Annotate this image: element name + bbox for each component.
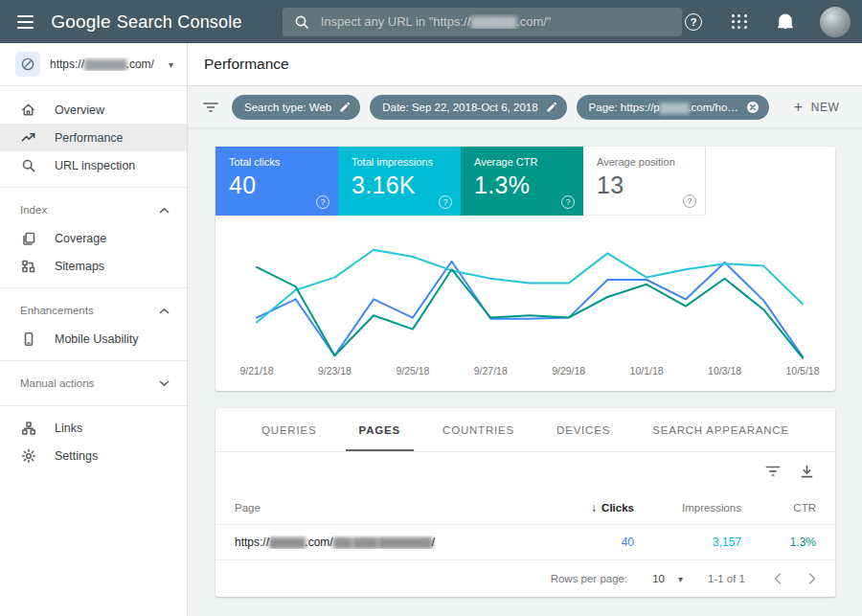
chevron-down-icon <box>159 380 170 387</box>
column-header-impressions[interactable]: Impressions <box>634 502 741 513</box>
metric-value: 1.3% <box>474 171 572 199</box>
metric-card-total-clicks[interactable]: Total clicks 40 ? <box>216 147 338 216</box>
column-label: Clicks <box>601 502 634 513</box>
tab-queries[interactable]: QUERIES <box>248 408 329 451</box>
performance-chart[interactable]: 9/21/189/23/189/25/189/27/189/29/1810/1/… <box>216 216 835 391</box>
tab-label: COUNTRIES <box>442 424 514 436</box>
logo-google: Google <box>51 11 110 33</box>
tab-devices[interactable]: DEVICES <box>543 408 624 451</box>
dimensions-panel: QUERIES PAGES COUNTRIES DEVICES SEARCH A… <box>216 408 835 597</box>
metric-card-average-position[interactable]: Average position 13 ? <box>583 147 706 216</box>
section-header-index[interactable]: Index <box>0 195 187 224</box>
new-filter-button[interactable]: + NEW <box>786 93 848 122</box>
filter-chip-date[interactable]: Date: Sep 22, 2018-Oct 6, 2018 <box>370 95 566 120</box>
edit-pencil-icon <box>339 102 351 113</box>
magnifier-icon <box>20 157 36 173</box>
filter-icon[interactable] <box>203 101 218 114</box>
next-page-button[interactable] <box>808 573 816 584</box>
section-label: Manual actions <box>20 377 94 389</box>
chevron-up-icon <box>159 308 170 314</box>
remove-filter-icon[interactable] <box>746 101 760 114</box>
content-area: Total clicks 40 ? Total impressions 3.16… <box>188 128 862 616</box>
property-globe-icon <box>15 52 40 77</box>
section-header-enhancements[interactable]: Enhancements <box>0 296 187 325</box>
row-page-url[interactable]: https://██████.com/███ ████ █████████/ <box>235 536 538 549</box>
table-filter-icon[interactable] <box>765 465 781 478</box>
metric-label: Average position <box>597 156 693 168</box>
download-icon[interactable] <box>800 465 814 479</box>
sidebar-item-label: Mobile Usability <box>55 332 139 346</box>
tab-countries[interactable]: COUNTRIES <box>429 408 528 451</box>
tab-pages[interactable]: PAGES <box>346 408 414 451</box>
divider <box>0 187 187 188</box>
table-row[interactable]: https://██████.com/███ ████ █████████/ 4… <box>216 525 835 560</box>
search-placeholder: Inspect any URL in "https://███████.com/… <box>321 14 552 29</box>
help-icon: ? <box>685 13 702 31</box>
divider <box>0 360 187 361</box>
filter-chip-search-type[interactable]: Search type: Web <box>232 95 360 120</box>
x-axis-tick-label: 10/5/18 <box>785 365 819 376</box>
sidebar-item-label: Settings <box>55 449 98 463</box>
table-footer: Rows per page: 10 ▾ 1-1 of 1 <box>216 560 835 597</box>
x-axis-tick-label: 10/3/18 <box>708 365 741 376</box>
plus-icon: + <box>794 99 804 116</box>
rows-per-page-value: 10 <box>652 573 665 584</box>
filter-chip-page[interactable]: Page: https://p█████.com/ho… <box>577 95 769 120</box>
gear-icon <box>20 447 36 464</box>
rows-per-page-select[interactable]: 10 ▾ <box>652 573 683 584</box>
mobile-phone-icon <box>20 331 36 347</box>
sidebar-item-mobile-usability[interactable]: Mobile Usability <box>0 325 187 353</box>
chevron-up-icon <box>159 207 170 214</box>
help-icon[interactable]: ? <box>683 194 696 208</box>
section-label: Enhancements <box>20 305 94 316</box>
section-header-manual-actions[interactable]: Manual actions <box>0 369 187 398</box>
previous-page-button[interactable] <box>774 573 782 584</box>
edit-pencil-icon <box>546 102 557 113</box>
help-button[interactable]: ? <box>682 11 705 34</box>
sidebar-item-sitemaps[interactable]: Sitemaps <box>0 252 187 280</box>
performance-chart-icon <box>20 129 36 146</box>
column-header-page[interactable]: Page <box>235 502 538 513</box>
notifications-button[interactable] <box>774 11 797 34</box>
dimension-tabs: QUERIES PAGES COUNTRIES DEVICES SEARCH A… <box>216 408 835 452</box>
sidebar-item-links[interactable]: Links <box>0 414 187 442</box>
metric-cards: Total clicks 40 ? Total impressions 3.16… <box>216 147 835 216</box>
sidebar: https://███████.com/ ▾ Overview Performa… <box>0 43 188 616</box>
metric-card-total-impressions[interactable]: Total impressions 3.16K ? <box>338 147 461 216</box>
sidebar-item-label: Sitemaps <box>55 260 104 273</box>
menu-icon[interactable] <box>17 15 34 29</box>
sidebar-item-coverage[interactable]: Coverage <box>0 224 187 252</box>
help-icon[interactable]: ? <box>439 195 452 209</box>
logo-search-console: Search Console <box>117 12 242 33</box>
sitemap-tree-icon <box>20 258 36 274</box>
chevron-down-icon: ▾ <box>678 574 683 584</box>
sidebar-item-performance[interactable]: Performance <box>0 124 187 151</box>
chart-line-impressions <box>257 250 803 323</box>
section-label: Index <box>20 204 47 216</box>
sidebar-item-url-inspection[interactable]: URL inspection <box>0 151 187 179</box>
x-axis-tick-label: 9/25/18 <box>396 365 429 376</box>
row-clicks-value: 40 <box>538 536 634 549</box>
property-selector[interactable]: https://███████.com/ ▾ <box>0 43 187 86</box>
sidebar-item-overview[interactable]: Overview <box>0 96 187 124</box>
sidebar-item-settings[interactable]: Settings <box>0 442 187 469</box>
metric-value: 40 <box>229 171 327 199</box>
chip-label: Search type: Web <box>244 102 331 113</box>
help-icon[interactable]: ? <box>316 195 329 209</box>
sidebar-item-label: Overview <box>55 103 104 117</box>
row-impressions-value: 3,157 <box>634 536 741 549</box>
column-header-ctr[interactable]: CTR <box>741 502 816 513</box>
app-logo[interactable]: Google Search Console <box>51 11 241 33</box>
chip-label: Date: Sep 22, 2018-Oct 6, 2018 <box>382 102 537 113</box>
account-avatar[interactable] <box>820 7 851 37</box>
apps-grid-button[interactable] <box>728 11 751 34</box>
url-inspect-search-input[interactable]: Inspect any URL in "https://███████.com/… <box>283 8 682 36</box>
metric-card-average-ctr[interactable]: Average CTR 1.3% ? <box>461 147 583 216</box>
help-icon[interactable]: ? <box>561 195 575 209</box>
tab-search-appearance[interactable]: SEARCH APPEARANCE <box>639 408 803 451</box>
sidebar-item-label: URL inspection <box>55 159 135 172</box>
metric-value: 3.16K <box>352 171 449 199</box>
column-header-clicks[interactable]: ↓Clicks <box>538 501 634 514</box>
x-axis-tick-label: 10/1/18 <box>630 365 664 376</box>
search-icon <box>294 14 309 30</box>
